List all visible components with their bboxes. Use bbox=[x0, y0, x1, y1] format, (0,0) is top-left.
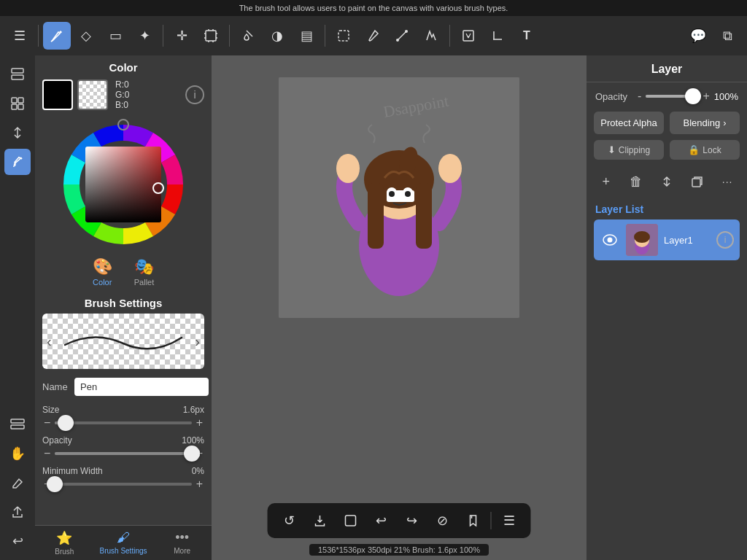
layer-info-btn[interactable]: i bbox=[716, 231, 734, 249]
brush-tab-icon: ⭐ bbox=[56, 530, 72, 546]
line-tool-btn[interactable] bbox=[388, 22, 416, 50]
fill-btn[interactable] bbox=[234, 22, 262, 50]
reorder-layer-btn[interactable] bbox=[654, 168, 679, 195]
drawing-canvas[interactable]: Dsappoint bbox=[279, 77, 519, 318]
layer-opacity-row: Opacity - + 100% bbox=[587, 82, 747, 106]
color-b: B:0 bbox=[115, 100, 129, 110]
protect-alpha-btn[interactable]: Protect Alpha bbox=[594, 112, 664, 134]
brush-prev-btn[interactable]: ‹ bbox=[42, 330, 56, 353]
secondary-color-swatch[interactable] bbox=[77, 79, 108, 110]
size-plus[interactable]: + bbox=[195, 416, 204, 429]
layer-name: Layer1 bbox=[664, 235, 711, 246]
min-width-value: 0% bbox=[192, 466, 204, 476]
layers-left2-btn[interactable] bbox=[4, 411, 31, 438]
opacity-thumb[interactable] bbox=[184, 446, 200, 462]
redo-canvas-btn[interactable]: ↪ bbox=[399, 508, 425, 534]
svg-point-2 bbox=[396, 39, 399, 42]
blending-arrow: › bbox=[723, 117, 726, 128]
undo-canvas-btn[interactable]: ↩ bbox=[368, 508, 395, 534]
size-track[interactable] bbox=[55, 421, 191, 424]
svg-point-21 bbox=[336, 154, 360, 183]
add-layer-btn[interactable]: + bbox=[594, 168, 619, 195]
menu-btn[interactable]: ☰ bbox=[6, 22, 34, 50]
speech-btn[interactable]: 💬 bbox=[684, 22, 712, 50]
layers-btn[interactable]: ⧉ bbox=[713, 22, 741, 50]
color-tab-pallet[interactable]: 🎭 Pallet bbox=[134, 257, 155, 287]
layer-visibility-btn[interactable] bbox=[600, 230, 620, 250]
layer-opacity-label: Opacity bbox=[595, 91, 633, 102]
opacity-slider[interactable] bbox=[646, 95, 698, 98]
transform-btn[interactable]: ◇ bbox=[72, 22, 100, 50]
menu-dots-btn[interactable]: ☰ bbox=[496, 508, 522, 534]
lasso-btn[interactable] bbox=[330, 22, 357, 50]
color-wheel-container[interactable] bbox=[35, 119, 212, 253]
rotate-canvas-btn[interactable]: ↺ bbox=[276, 508, 303, 534]
size-thumb[interactable] bbox=[58, 415, 74, 431]
color-section: Color R:0 G:0 B:0 i bbox=[35, 55, 212, 119]
right-panel: Layer Opacity - + 100% Protect Alpha Ble… bbox=[587, 55, 747, 560]
transform-left-btn[interactable] bbox=[4, 120, 31, 146]
text-transform-btn[interactable] bbox=[454, 22, 482, 50]
tab-more[interactable]: ••• More bbox=[152, 530, 212, 556]
share-btn[interactable] bbox=[4, 499, 31, 525]
brush-tool-left-btn[interactable] bbox=[4, 149, 31, 175]
canvas-area[interactable]: Dsappoint ↺ ↩ ↪ ⊘ bbox=[212, 55, 587, 560]
toolbar-divider5 bbox=[449, 25, 450, 47]
select-rect-btn[interactable]: ▭ bbox=[101, 22, 129, 50]
min-width-thumb[interactable] bbox=[47, 476, 63, 492]
min-width-slider-row: Minimum Width 0% − + bbox=[35, 463, 212, 494]
grid-btn[interactable] bbox=[4, 90, 31, 117]
color-tab-color[interactable]: 🎨 Color bbox=[93, 257, 112, 287]
layer-thumbnail bbox=[626, 224, 658, 256]
opacity-slider-thumb[interactable] bbox=[685, 88, 701, 104]
min-width-plus[interactable]: + bbox=[195, 478, 204, 491]
layer-item[interactable]: Layer1 i bbox=[594, 219, 740, 260]
crop2-btn[interactable] bbox=[484, 22, 511, 50]
opacity-fill bbox=[55, 452, 191, 455]
gradient-btn[interactable]: ◑ bbox=[263, 22, 291, 50]
move-btn[interactable]: ✛ bbox=[168, 22, 196, 50]
brush-next-btn[interactable]: › bbox=[190, 330, 204, 353]
select-shape-btn[interactable] bbox=[338, 508, 364, 534]
canvas-status: 1536*1536px 350dpi 21% Brush: 1.6px 100% bbox=[309, 544, 489, 556]
layer-panel-title: Layer bbox=[587, 55, 747, 82]
undo-left-btn[interactable]: ↩ bbox=[4, 528, 31, 554]
color-wheel[interactable] bbox=[58, 119, 189, 250]
size-minus[interactable]: − bbox=[42, 416, 52, 429]
blending-btn[interactable]: Blending › bbox=[670, 112, 740, 134]
brush-tab-label: Brush bbox=[55, 548, 74, 556]
tab-brush-settings[interactable]: 🖌 Brush Settings bbox=[94, 530, 153, 556]
opacity-plus-btn[interactable]: + bbox=[703, 90, 709, 103]
duplicate-layer-btn[interactable] bbox=[685, 168, 710, 195]
min-width-track[interactable] bbox=[55, 483, 191, 486]
delete-layer-btn[interactable]: 🗑 bbox=[624, 168, 649, 195]
text-btn[interactable]: T bbox=[513, 22, 541, 50]
hand-tool-btn[interactable]: ✋ bbox=[4, 440, 31, 467]
clipping-btn[interactable]: ⬇ Clipping bbox=[594, 140, 664, 160]
opacity-minus-btn[interactable]: - bbox=[638, 90, 641, 103]
eraser-tool-btn[interactable] bbox=[4, 470, 31, 496]
smudge-btn[interactable]: ✦ bbox=[131, 22, 158, 50]
lock-btn[interactable]: 🔒 Lock bbox=[670, 140, 740, 160]
brush-name-input[interactable] bbox=[74, 378, 209, 396]
bookmark-btn[interactable] bbox=[460, 508, 487, 534]
brush-opacity-minus[interactable]: − bbox=[42, 447, 52, 460]
tooltip-text: The brush tool allows users to paint on … bbox=[239, 4, 508, 12]
eyedropper-btn[interactable] bbox=[359, 22, 387, 50]
airbrush-btn[interactable]: ▤ bbox=[293, 22, 320, 50]
primary-color-swatch[interactable] bbox=[42, 79, 73, 110]
no-entry-btn[interactable]: ⊘ bbox=[430, 508, 456, 534]
clipping-label: Clipping bbox=[619, 145, 650, 155]
crop-btn[interactable] bbox=[197, 22, 225, 50]
selection-tool-btn[interactable] bbox=[417, 22, 445, 50]
layers-panel-btn[interactable] bbox=[4, 61, 31, 88]
svg-rect-11 bbox=[11, 419, 24, 423]
color-info-btn[interactable]: i bbox=[185, 85, 204, 104]
blending-label: Blending bbox=[684, 117, 721, 128]
pen-tool-btn[interactable] bbox=[43, 22, 71, 50]
protect-blending-row: Protect Alpha Blending › bbox=[587, 106, 747, 140]
tab-brush[interactable]: ⭐ Brush bbox=[35, 530, 94, 556]
opacity-track[interactable] bbox=[55, 452, 191, 455]
more-layer-btn[interactable]: ··· bbox=[715, 168, 740, 195]
export-btn[interactable] bbox=[307, 508, 333, 534]
